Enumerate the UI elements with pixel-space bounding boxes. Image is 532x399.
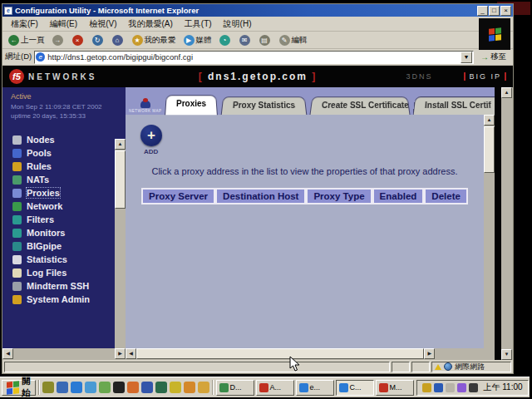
quick-launch-icon[interactable] bbox=[99, 382, 111, 393]
add-button[interactable]: + bbox=[140, 125, 162, 146]
menu-item[interactable]: 檢視(V) bbox=[84, 17, 121, 32]
toolbar-icon: ▤ bbox=[259, 35, 270, 46]
menu-item[interactable]: 我的最愛(A) bbox=[123, 17, 177, 32]
scroll-thumb[interactable] bbox=[115, 150, 126, 209]
taskbar-window-button[interactable]: C... bbox=[336, 380, 374, 396]
titlebar[interactable]: e Configuration Utility - Microsoft Inte… bbox=[2, 4, 513, 17]
sidebar-item[interactable]: Monitors bbox=[2, 226, 126, 239]
tray-icon[interactable] bbox=[434, 383, 443, 392]
scroll-up-icon[interactable]: ▲ bbox=[501, 87, 512, 98]
tab[interactable]: Proxy Statistics bbox=[220, 96, 307, 115]
tab[interactable]: Create SSL Certificate Request bbox=[309, 96, 410, 115]
menu-item[interactable]: 檔案(F) bbox=[6, 17, 43, 32]
minimize-button[interactable]: _ bbox=[477, 6, 488, 16]
status-message-pane bbox=[4, 362, 390, 372]
maximize-button[interactable]: □ bbox=[489, 6, 500, 16]
start-button[interactable]: 開始 bbox=[2, 380, 36, 396]
sidebar-item[interactable]: BIGpipe bbox=[2, 239, 126, 253]
sidebar-item[interactable]: Rules bbox=[2, 160, 126, 173]
menu-item[interactable]: 編輯(E) bbox=[45, 17, 82, 32]
scroll-up-icon[interactable]: ▲ bbox=[484, 115, 495, 126]
quick-launch-icon[interactable] bbox=[57, 382, 68, 393]
go-arrow-icon: → bbox=[480, 52, 489, 62]
quick-launch-icon[interactable] bbox=[85, 382, 96, 393]
sidebar-item[interactable]: Statistics bbox=[2, 253, 126, 266]
scroll-left-icon[interactable]: ◀ bbox=[2, 348, 13, 359]
menu-item[interactable]: 說明(H) bbox=[219, 17, 257, 32]
taskbar-window-button[interactable]: D... bbox=[216, 380, 254, 396]
quick-launch-icon[interactable] bbox=[155, 382, 167, 393]
status-pane bbox=[392, 362, 410, 372]
address-dropdown-icon[interactable]: ▼ bbox=[461, 52, 472, 63]
tray-icon[interactable] bbox=[446, 383, 455, 392]
scroll-thumb[interactable] bbox=[136, 348, 424, 359]
sidebar-item[interactable]: Pools bbox=[2, 146, 126, 160]
quick-launch-icon[interactable] bbox=[71, 382, 82, 393]
sidebar-item-icon bbox=[12, 175, 22, 185]
sidebar-item-icon bbox=[12, 242, 22, 251]
toolbar-button[interactable]: ◔ bbox=[217, 34, 234, 47]
toolbar-button[interactable]: ▶ 媒體 bbox=[181, 34, 214, 47]
toolbar-button[interactable]: ✉ bbox=[237, 34, 254, 47]
quick-launch-icon[interactable] bbox=[42, 382, 54, 393]
toolbar-icon: ↻ bbox=[92, 35, 103, 46]
tray-icon[interactable] bbox=[422, 383, 431, 392]
toolbar-button[interactable]: ← 上一頁 bbox=[6, 34, 47, 47]
sidebar-item[interactable]: System Admin bbox=[2, 293, 126, 306]
quick-launch-icon[interactable] bbox=[127, 382, 139, 393]
quick-launch-icon[interactable] bbox=[198, 382, 209, 393]
sidebar-item[interactable]: Mindterm SSH bbox=[2, 279, 126, 293]
tab[interactable]: Install SSL Certif bbox=[412, 96, 495, 115]
sidebar-item-icon bbox=[12, 229, 22, 238]
status-date: Mon Sep 2 11:09:28 CET 2002 bbox=[11, 103, 126, 111]
close-button[interactable]: × bbox=[500, 6, 511, 16]
sidebar-item[interactable]: Nodes bbox=[2, 133, 126, 146]
hostname: dns1.getop.com bbox=[208, 71, 308, 82]
quick-launch-icon[interactable] bbox=[184, 382, 195, 393]
scroll-right-icon[interactable]: ▶ bbox=[115, 348, 126, 359]
toolbar-button[interactable]: ⌂ bbox=[110, 34, 127, 47]
quick-launch-icon[interactable] bbox=[170, 382, 181, 393]
menu-item[interactable]: 工具(T) bbox=[180, 17, 217, 32]
tray-icon[interactable] bbox=[457, 383, 466, 392]
sidebar-item[interactable]: Proxies bbox=[2, 186, 126, 200]
tab[interactable]: Proxies bbox=[165, 95, 218, 115]
sidebar-item-label: Log Files bbox=[27, 268, 66, 278]
sidebar-vertical-scrollbar[interactable]: ▲ bbox=[115, 139, 126, 348]
taskbar-window-button[interactable]: M... bbox=[376, 380, 414, 396]
sidebar-item[interactable]: Filters bbox=[2, 213, 126, 226]
toolbar-button[interactable]: ★ 我的最愛 bbox=[130, 34, 179, 47]
browser-vertical-scrollbar[interactable]: ▲ ▼ bbox=[501, 87, 513, 360]
toolbar-button[interactable]: ✎ 編輯 bbox=[277, 34, 310, 47]
main-horizontal-scrollbar[interactable]: ◀ ▶ bbox=[126, 348, 495, 360]
address-input[interactable] bbox=[47, 52, 461, 62]
network-map-button[interactable]: NETWORK MAP bbox=[129, 101, 162, 113]
table-header-cell: Proxy Server bbox=[141, 188, 215, 204]
scroll-thumb[interactable] bbox=[484, 126, 495, 173]
scroll-down-icon[interactable]: ▼ bbox=[501, 349, 512, 360]
toolbar-button[interactable]: ▤ bbox=[257, 34, 274, 47]
quick-launch-icon[interactable] bbox=[141, 382, 153, 393]
toolbar-button[interactable]: × bbox=[70, 34, 87, 47]
scroll-right-icon[interactable]: ▶ bbox=[424, 348, 435, 359]
sidebar-item[interactable]: NATs bbox=[2, 173, 126, 186]
toolbar-button[interactable]: ↻ bbox=[90, 34, 107, 47]
system-status: Active Mon Sep 2 11:09:28 CET 2002 uptim… bbox=[2, 87, 126, 125]
quick-launch-icon[interactable] bbox=[113, 382, 125, 393]
sidebar-horizontal-scrollbar[interactable]: ◀ ▶ bbox=[2, 348, 126, 360]
main-vertical-scrollbar[interactable]: ▲ bbox=[484, 115, 495, 348]
go-button[interactable]: → 移至 bbox=[476, 51, 510, 63]
window-icon bbox=[299, 383, 308, 392]
scroll-up-icon[interactable]: ▲ bbox=[115, 139, 126, 150]
toolbar-button[interactable]: → bbox=[50, 34, 67, 47]
scroll-left-icon[interactable]: ◀ bbox=[126, 348, 136, 359]
tabs: ProxiesProxy StatisticsCreate SSL Certif… bbox=[165, 95, 495, 115]
taskbar-window-button[interactable]: A... bbox=[256, 380, 294, 396]
toolbar-icon: ✉ bbox=[239, 35, 250, 46]
toolbar-icon: ⌂ bbox=[112, 35, 123, 46]
sidebar-item[interactable]: Network bbox=[2, 200, 126, 213]
sidebar-item-label: BIGpipe bbox=[27, 241, 62, 251]
taskbar-window-button[interactable]: e... bbox=[296, 380, 334, 396]
sidebar-item[interactable]: Log Files bbox=[2, 266, 126, 279]
tray-icon[interactable] bbox=[469, 383, 478, 392]
